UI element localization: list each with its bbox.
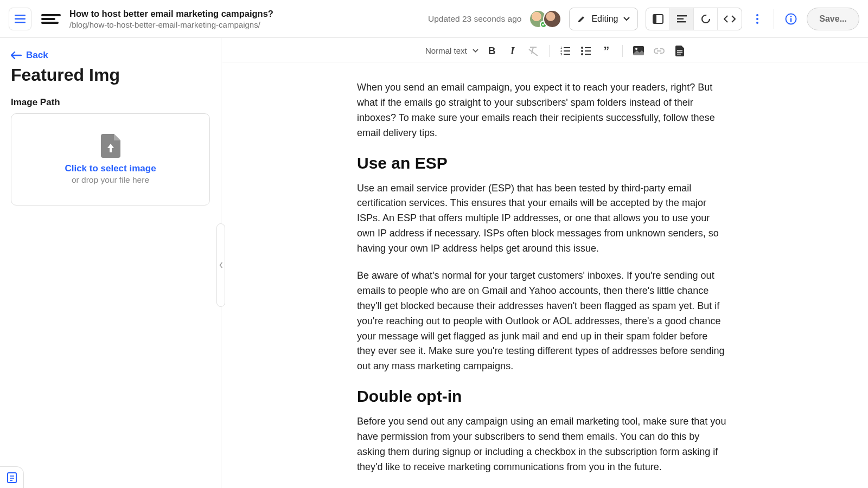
ordered-list-icon: 123 xyxy=(560,47,570,55)
save-button[interactable]: Save... xyxy=(807,8,859,30)
collaborator-avatars xyxy=(529,10,561,28)
info-icon xyxy=(785,13,797,25)
editing-mode-dropdown[interactable]: Editing xyxy=(569,8,638,30)
menu-button[interactable] xyxy=(9,8,31,30)
more-button[interactable] xyxy=(751,14,764,24)
format-toolbar: Normal text B I 123 ” xyxy=(222,40,868,62)
view-sidebar-button[interactable] xyxy=(646,8,670,30)
app-logo xyxy=(41,14,61,24)
editing-mode-label: Editing xyxy=(591,14,618,24)
more-vertical-icon xyxy=(756,14,758,24)
svg-point-8 xyxy=(702,15,710,23)
document-title: How to host better email marketing campa… xyxy=(69,9,428,19)
svg-rect-31 xyxy=(677,54,681,55)
paragraph[interactable]: Be aware of what's normal for your targe… xyxy=(357,268,727,374)
collapse-handle[interactable] xyxy=(216,223,225,307)
svg-point-11 xyxy=(756,22,758,24)
avatar[interactable] xyxy=(543,10,561,28)
text-style-dropdown[interactable]: Normal text xyxy=(423,46,481,55)
view-code-button[interactable] xyxy=(718,8,742,30)
svg-rect-26 xyxy=(585,54,591,55)
hamburger-icon xyxy=(15,15,25,23)
svg-rect-6 xyxy=(677,18,684,19)
svg-rect-33 xyxy=(10,476,14,477)
page-button[interactable] xyxy=(671,42,689,60)
divider xyxy=(549,45,550,57)
info-button[interactable] xyxy=(784,13,798,25)
unordered-list-button[interactable] xyxy=(577,42,595,60)
title-area: How to host better email marketing campa… xyxy=(69,9,428,29)
svg-rect-18 xyxy=(564,47,570,48)
clear-format-icon xyxy=(528,46,539,56)
chevron-down-icon xyxy=(623,17,630,21)
view-mode-group xyxy=(646,8,742,30)
sync-icon xyxy=(700,14,711,24)
svg-point-13 xyxy=(790,16,792,17)
dropzone-sub-text: or drop your file here xyxy=(72,175,149,185)
svg-rect-2 xyxy=(15,22,25,23)
link-icon xyxy=(654,48,665,54)
svg-rect-7 xyxy=(677,21,686,22)
svg-point-22 xyxy=(581,50,583,52)
text-lines-icon xyxy=(677,15,687,23)
paragraph[interactable]: Use an email service provider (ESP) that… xyxy=(357,181,727,256)
svg-point-21 xyxy=(581,47,583,49)
arrow-left-icon xyxy=(11,52,22,59)
chevron-down-icon xyxy=(473,49,478,53)
view-sync-button[interactable] xyxy=(694,8,718,30)
back-label: Back xyxy=(26,50,48,61)
ordered-list-button[interactable]: 123 xyxy=(556,42,575,60)
svg-point-28 xyxy=(635,48,637,50)
svg-rect-34 xyxy=(10,478,14,479)
updated-status: Updated 23 seconds ago xyxy=(428,14,521,24)
bottom-tab-button[interactable] xyxy=(0,466,24,488)
image-button[interactable] xyxy=(629,42,648,60)
view-text-button[interactable] xyxy=(670,8,694,30)
svg-point-23 xyxy=(581,53,583,55)
svg-rect-20 xyxy=(564,54,570,55)
image-icon xyxy=(633,46,644,55)
paragraph[interactable]: Before you send out any campaign using a… xyxy=(357,414,727,475)
svg-rect-19 xyxy=(564,50,570,52)
divider xyxy=(622,45,623,57)
code-icon xyxy=(724,15,736,23)
dropzone-main-text: Click to select image xyxy=(65,163,156,174)
svg-rect-4 xyxy=(653,15,656,23)
svg-rect-29 xyxy=(677,50,682,51)
svg-rect-25 xyxy=(585,50,591,52)
field-label: Image Path xyxy=(11,97,210,108)
pencil-icon xyxy=(577,15,586,23)
back-button[interactable]: Back xyxy=(11,50,210,61)
svg-point-9 xyxy=(756,14,758,16)
quote-button[interactable]: ” xyxy=(597,42,616,60)
svg-text:3: 3 xyxy=(560,53,563,55)
note-icon xyxy=(7,472,17,483)
paragraph[interactable]: When you send an email campaign, you exp… xyxy=(357,80,727,141)
italic-button[interactable]: I xyxy=(503,42,522,60)
bold-button[interactable]: B xyxy=(483,42,501,60)
svg-rect-14 xyxy=(790,18,792,22)
panel-title: Featured Img xyxy=(11,65,210,85)
unordered-list-icon xyxy=(581,47,591,55)
svg-rect-1 xyxy=(15,18,25,20)
svg-rect-0 xyxy=(15,15,25,16)
svg-rect-35 xyxy=(10,480,12,481)
document-path: /blog/how-to-host-better-email-marketing… xyxy=(69,20,428,29)
link-button[interactable] xyxy=(650,42,668,60)
clear-format-button[interactable] xyxy=(524,42,542,60)
divider xyxy=(774,9,774,29)
svg-point-10 xyxy=(756,18,758,20)
app-header: How to host better email marketing campa… xyxy=(0,0,868,38)
panel-left-icon xyxy=(653,14,663,24)
svg-rect-24 xyxy=(585,47,591,48)
svg-rect-30 xyxy=(677,52,682,53)
heading[interactable]: Double opt-in xyxy=(357,387,727,406)
image-dropzone[interactable]: Click to select image or drop your file … xyxy=(11,113,210,206)
svg-rect-5 xyxy=(677,15,687,16)
editor-content[interactable]: When you send an email campaign, you exp… xyxy=(221,38,868,488)
heading[interactable]: Use an ESP xyxy=(357,154,727,172)
chevron-left-icon xyxy=(219,262,223,268)
page-icon xyxy=(675,46,684,56)
sidebar-panel: Back Featured Img Image Path Click to se… xyxy=(0,38,221,488)
file-upload-icon xyxy=(101,134,120,158)
